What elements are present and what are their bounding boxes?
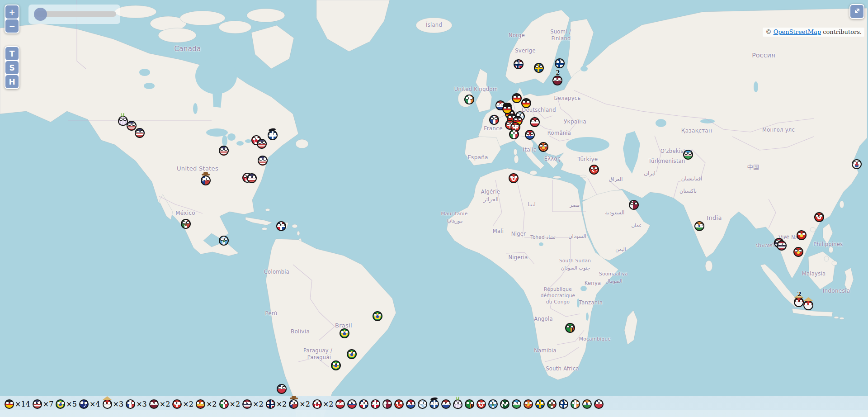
marker-vietnam[interactable]: [797, 230, 807, 240]
marker-usa[interactable]: [247, 173, 257, 183]
marker-thailand[interactable]: [777, 241, 787, 251]
map-canvas[interactable]: CanadaUnited StatesMéxicoColombiaPerúBol…: [0, 0, 868, 417]
fullscreen-button[interactable]: [850, 5, 863, 18]
marker-india[interactable]: [694, 221, 704, 231]
marker-usa[interactable]: [135, 128, 145, 138]
marker-quebec[interactable]: [268, 130, 278, 140]
legend-ball-italy: [219, 399, 229, 409]
ball-eyes: [332, 363, 340, 365]
legend-count: ×3: [113, 400, 124, 408]
legend-count: ×14: [15, 400, 30, 408]
legend-item-austria: [335, 398, 345, 410]
marker-austria[interactable]: [530, 117, 540, 127]
landmass-sulawesi: [844, 268, 854, 292]
legend-item-switzerland: ×2: [172, 398, 193, 410]
ball-eyes: [795, 299, 803, 302]
legend-item-guatemala: [488, 398, 498, 410]
legend-ball-dominican-republic: [359, 399, 368, 409]
marker-finland[interactable]: [555, 58, 565, 68]
marker-mexico[interactable]: [181, 219, 191, 229]
marker-vietnam[interactable]: [793, 247, 803, 257]
ball-eyes: [794, 249, 802, 252]
marker-norway[interactable]: [514, 59, 524, 69]
marker-brazil[interactable]: [331, 360, 341, 370]
slider-handle[interactable]: [34, 8, 47, 21]
legend-ball-denmark: [371, 399, 380, 409]
marker-croatia[interactable]: [525, 130, 535, 140]
legend-ball-canada: [312, 399, 322, 409]
marker-usa[interactable]: [127, 121, 137, 131]
landmass-philippines: [823, 223, 833, 244]
cluster-count-badge: 2: [797, 291, 801, 298]
landmass-borneo: [808, 251, 835, 289]
slider-track[interactable]: [35, 11, 116, 17]
marker-ireland[interactable]: [464, 95, 474, 104]
legend-item-norway: ×2: [266, 398, 287, 410]
marker-texas[interactable]: [201, 175, 211, 185]
timeline-slider[interactable]: [28, 5, 120, 24]
marker-usa[interactable]: [258, 156, 268, 166]
marker-guatemala[interactable]: [219, 236, 229, 246]
legend-item-netherlands: [441, 398, 451, 410]
marker-brazil[interactable]: [373, 311, 382, 321]
marker-germany-hair[interactable]: [502, 104, 512, 114]
legend-ball-ireland: [571, 399, 580, 409]
legend-item-indonesia: ×3: [103, 398, 124, 410]
marker-usa[interactable]: [219, 146, 229, 156]
rice-hat-icon: [103, 396, 112, 400]
ball-eyes: [501, 402, 509, 404]
legend-item-onion: [453, 398, 462, 410]
ball-eyes: [513, 402, 520, 404]
ball-eyes: [258, 141, 266, 144]
ball-eyes: [57, 402, 64, 404]
marker-uzbekistan[interactable]: [683, 150, 693, 160]
ball-eyes: [127, 402, 134, 404]
marker-turkey[interactable]: [589, 165, 599, 175]
legend-ball-sweden: [535, 399, 545, 409]
attribution-copyright: ©: [765, 28, 771, 35]
marker-tunisia[interactable]: [509, 173, 519, 183]
fullscreen-control: [849, 4, 864, 19]
marker-zambia[interactable]: [565, 323, 575, 333]
legend-count: ×7: [43, 400, 54, 408]
marker-dominican-republic[interactable]: [276, 221, 286, 231]
marker-indonesia[interactable]: [803, 300, 813, 310]
marker-sweden[interactable]: [534, 63, 544, 73]
marker-south-korea[interactable]: [852, 159, 862, 169]
marker-north-macedonia[interactable]: [538, 142, 548, 152]
openstreetmap-link[interactable]: OpenStreetMap: [774, 28, 821, 35]
legend-count: ×2: [323, 400, 334, 408]
ball-eyes: [442, 402, 450, 404]
ball-eyes: [267, 402, 274, 404]
layer-button-s[interactable]: S: [5, 61, 19, 74]
legend-item-usa: ×7: [33, 398, 54, 410]
marker-italy[interactable]: [509, 129, 519, 139]
ball-eyes: [313, 402, 321, 404]
legend-item-bavaria: [418, 398, 427, 410]
marker-france[interactable]: [489, 115, 499, 125]
layer-button-h[interactable]: H: [5, 75, 19, 88]
beret-hat-icon: [430, 397, 438, 400]
marker-hong-kong[interactable]: [814, 212, 824, 222]
legend-ball-chile: [594, 399, 604, 409]
marker-germany[interactable]: [512, 93, 522, 103]
marker-latvia[interactable]: 2: [552, 76, 562, 85]
marker-brazil[interactable]: [340, 328, 349, 338]
marker-qatar[interactable]: [629, 200, 639, 210]
marker-brazil[interactable]: [347, 349, 357, 359]
landmass-madagascar: [624, 310, 637, 345]
legend-item-uzbekistan: [512, 398, 521, 410]
zoom-in-button[interactable]: +: [5, 5, 19, 19]
marker-usa[interactable]: [257, 139, 267, 149]
zoom-control: + −: [5, 5, 19, 33]
ball-eyes: [804, 303, 812, 305]
legend-item-brazil: ×5: [56, 398, 77, 410]
ball-eyes: [269, 133, 277, 135]
layer-button-t[interactable]: T: [5, 47, 19, 60]
zoom-out-button[interactable]: −: [5, 19, 19, 33]
ball-eyes: [290, 402, 297, 404]
marker-chile[interactable]: [277, 384, 287, 394]
marker-germany[interactable]: [521, 98, 531, 108]
ball-eyes: [202, 178, 210, 180]
marker-indonesia[interactable]: 2: [794, 297, 804, 307]
